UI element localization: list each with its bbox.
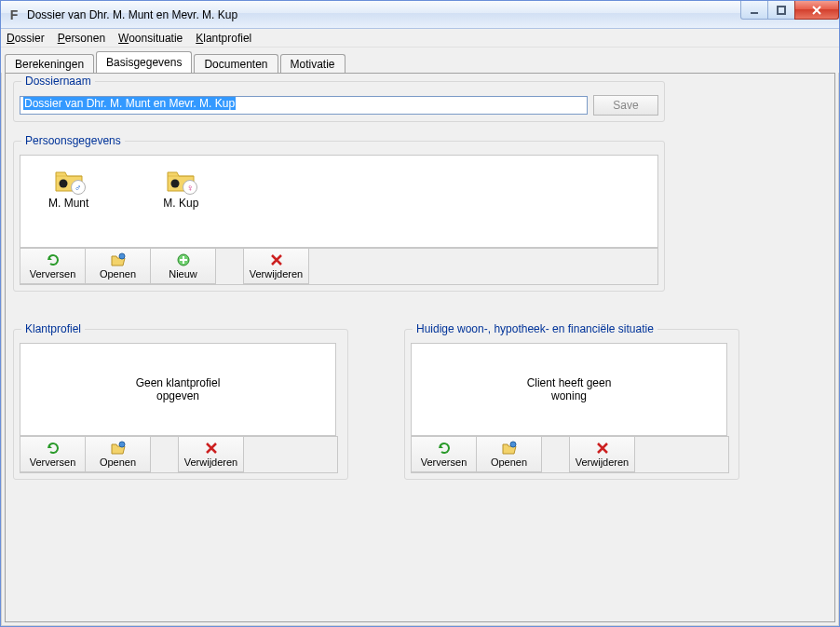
open-button[interactable]: Openen	[86, 437, 151, 472]
tabstrip: Berekeningen Basisgegevens Documenten Mo…	[1, 48, 839, 73]
klantprofiel-toolbar: Verversen Openen Verwijderen	[20, 436, 338, 473]
person-item[interactable]: ♀ M. Kup	[163, 167, 198, 210]
open-icon	[111, 252, 126, 267]
open-icon	[502, 441, 517, 456]
refresh-button[interactable]: Verversen	[412, 437, 477, 472]
app-icon: F	[7, 7, 21, 22]
open-button[interactable]: Openen	[477, 437, 542, 472]
legend-dossiernaam: Dossiernaam	[21, 75, 95, 88]
delete-icon	[204, 441, 219, 456]
tab-documenten[interactable]: Documenten	[194, 54, 278, 74]
delete-icon	[269, 252, 284, 267]
minimize-button[interactable]	[740, 1, 768, 20]
svg-rect-4	[778, 7, 785, 14]
woonsituatie-message: Client heeft geen woning	[527, 376, 612, 402]
klantprofiel-area: Geen klantprofiel opgeven	[20, 343, 336, 436]
klantprofiel-message: Geen klantprofiel opgeven	[136, 376, 221, 402]
refresh-icon	[46, 252, 61, 267]
person-name: M. Munt	[48, 197, 88, 210]
app-window: F Dossier van Dhr. M. Munt en Mevr. M. K…	[0, 0, 840, 627]
menu-personen[interactable]: Personen	[58, 32, 105, 45]
maximize-button[interactable]	[767, 1, 795, 20]
persons-toolbar: Verversen Openen Nieuw Verwijderen	[20, 248, 658, 285]
person-item[interactable]: ♂ M. Munt	[48, 167, 88, 210]
refresh-button[interactable]: Verversen	[20, 437, 86, 472]
folder-icon: ♀	[166, 167, 196, 193]
dossiernaam-input[interactable]: Dossier van Dhr. M. Munt en Mevr. M. Kup	[20, 96, 588, 115]
titlebar: F Dossier van Dhr. M. Munt en Mevr. M. K…	[1, 1, 839, 29]
refresh-icon	[437, 441, 452, 456]
woonsituatie-toolbar: Verversen Openen Verwijderen	[411, 436, 729, 473]
menu-dossier[interactable]: Dossier	[7, 32, 45, 45]
window-controls	[741, 1, 839, 20]
group-woonsituatie: Huidige woon-, hypotheek- en financiële …	[404, 329, 739, 480]
lower-row: Klantprofiel Geen klantprofiel opgeven V…	[13, 329, 827, 498]
tab-panel-basisgegevens: Dossiernaam Dossier van Dhr. M. Munt en …	[5, 73, 835, 622]
group-persoonsgegevens: Persoonsgegevens ♂ M. Munt ♀ M. Kup	[13, 141, 665, 292]
new-icon	[176, 252, 191, 267]
tab-basisgegevens[interactable]: Basisgegevens	[96, 51, 192, 73]
open-button[interactable]: Openen	[86, 249, 151, 284]
menu-woonsituatie[interactable]: Woonsituatie	[118, 32, 183, 45]
refresh-icon	[46, 441, 61, 456]
person-name: M. Kup	[163, 197, 198, 210]
close-button[interactable]	[794, 1, 839, 20]
group-klantprofiel: Klantprofiel Geen klantprofiel opgeven V…	[13, 329, 348, 480]
woonsituatie-area: Client heeft geen woning	[411, 343, 727, 436]
window-title: Dossier van Dhr. M. Munt en Mevr. M. Kup	[27, 8, 237, 21]
refresh-button[interactable]: Verversen	[20, 249, 86, 284]
legend-woonsituatie: Huidige woon-, hypotheek- en financiële …	[413, 322, 657, 335]
tab-motivatie[interactable]: Motivatie	[280, 54, 345, 74]
dossiernaam-value: Dossier van Dhr. M. Munt en Mevr. M. Kup	[23, 97, 236, 110]
delete-button[interactable]: Verwijderen	[570, 437, 635, 472]
persons-list: ♂ M. Munt ♀ M. Kup	[20, 155, 658, 248]
new-button[interactable]: Nieuw	[151, 249, 216, 284]
group-dossiernaam: Dossiernaam Dossier van Dhr. M. Munt en …	[13, 81, 665, 122]
delete-button[interactable]: Verwijderen	[244, 249, 309, 284]
open-icon	[111, 441, 126, 456]
delete-button[interactable]: Verwijderen	[179, 437, 244, 472]
menubar: Dossier Personen Woonsituatie Klantprofi…	[1, 29, 839, 48]
delete-icon	[595, 441, 610, 456]
legend-persoonsgegevens: Persoonsgegevens	[21, 134, 125, 147]
save-button[interactable]: Save	[593, 95, 658, 116]
folder-icon: ♂	[54, 167, 84, 193]
tab-berekeningen[interactable]: Berekeningen	[5, 54, 94, 74]
legend-klantprofiel: Klantprofiel	[21, 322, 85, 335]
menu-klantprofiel[interactable]: Klantprofiel	[196, 32, 251, 45]
gender-male-icon: ♂	[71, 180, 86, 195]
